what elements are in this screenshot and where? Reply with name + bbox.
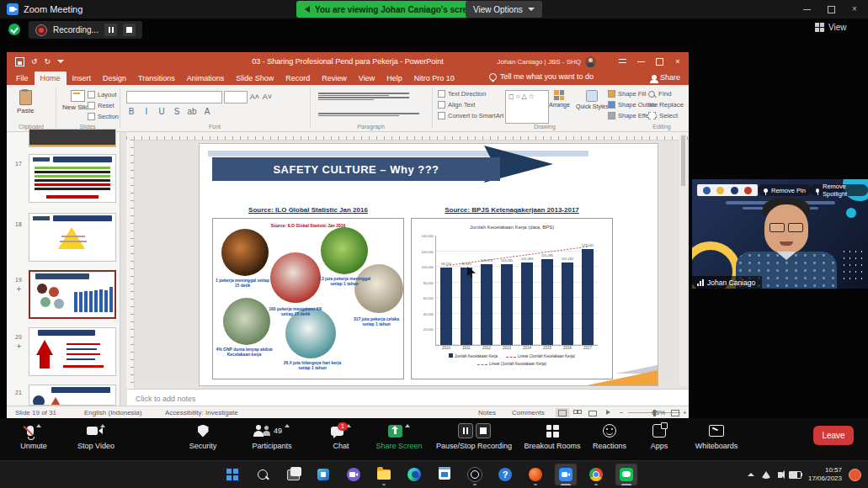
- remove-pin-button[interactable]: Remove Pin: [758, 184, 812, 196]
- slide-thumbnail-panel[interactable]: 17 18 19: [7, 132, 120, 406]
- ribbon-tab[interactable]: View: [353, 72, 381, 85]
- font-style-button[interactable]: U: [157, 107, 167, 116]
- layout-button[interactable]: Layout: [88, 91, 117, 98]
- security-button[interactable]: Security: [165, 422, 241, 450]
- hidden-icons-chevron[interactable]: [748, 473, 754, 476]
- language-status[interactable]: English (Indonesia): [84, 409, 141, 416]
- get-help-icon[interactable]: ?: [494, 464, 516, 485]
- comments-toggle[interactable]: Comments: [512, 409, 545, 416]
- reset-button[interactable]: Reset: [88, 102, 114, 109]
- participant-video-tile[interactable]: Remove Pin Remove Spotlight Johan Caniag…: [692, 179, 868, 289]
- font-style-button[interactable]: I: [141, 107, 152, 116]
- replace-button[interactable]: abReplace: [648, 101, 684, 109]
- zoom-in-button[interactable]: +: [683, 409, 687, 416]
- notes-toggle[interactable]: Notes: [478, 409, 496, 416]
- participants-chevron[interactable]: [285, 424, 290, 427]
- ppt-share-button[interactable]: Share: [652, 73, 680, 82]
- video-app-icon[interactable]: [343, 464, 365, 485]
- align-buttons[interactable]: [318, 112, 419, 117]
- close-button[interactable]: ×: [845, 3, 864, 15]
- ppt-account[interactable]: Johan Caniago | JBS - SHQ: [498, 56, 596, 67]
- normal-view-button[interactable]: [556, 408, 569, 417]
- slide-canvas[interactable]: SAFETY CULTURE – Why ??? Source: ILO Glo…: [200, 144, 658, 385]
- ribbon-tab[interactable]: Nitro Pro 10: [408, 72, 461, 85]
- zoom-level[interactable]: 65%: [652, 409, 665, 416]
- slide-18-thumbnail[interactable]: [29, 213, 116, 262]
- line-icon[interactable]: [615, 464, 637, 485]
- select-button[interactable]: Select: [648, 112, 678, 119]
- ppt-minimize-button[interactable]: [633, 56, 648, 67]
- obs-icon[interactable]: [464, 464, 486, 485]
- quick-styles-button[interactable]: Quick Styles: [576, 90, 609, 109]
- horizontal-ruler[interactable]: [126, 132, 689, 141]
- mic-options-chevron[interactable]: [36, 424, 41, 427]
- convert-smartart-button[interactable]: Convert to SmartArt: [438, 112, 503, 119]
- font-style-button[interactable]: ab: [187, 107, 197, 116]
- tell-me-box[interactable]: Tell me what you want to do: [489, 72, 594, 83]
- fit-slide-button[interactable]: [668, 408, 682, 417]
- store-icon[interactable]: [434, 464, 455, 485]
- ribbon-tab[interactable]: File: [10, 72, 35, 85]
- slide-sorter-view-button[interactable]: [571, 408, 584, 417]
- leave-button[interactable]: Leave: [813, 426, 854, 445]
- pause-recording-icon[interactable]: [458, 423, 473, 438]
- view-options-button[interactable]: View Options: [466, 1, 542, 18]
- grow-font-icon[interactable]: A˄: [249, 93, 260, 101]
- paragraph-buttons[interactable]: [318, 92, 419, 101]
- ribbon-tab[interactable]: Insert: [67, 72, 98, 85]
- widgets-icon[interactable]: [312, 464, 334, 485]
- wifi-icon[interactable]: [761, 471, 771, 479]
- notification-badge[interactable]: [849, 469, 861, 481]
- slide-16-thumbnail-partial[interactable]: [29, 129, 116, 147]
- task-view-icon[interactable]: [282, 464, 304, 485]
- slideshow-view-button[interactable]: [601, 408, 615, 417]
- ppt-close-button[interactable]: ×: [670, 56, 685, 67]
- battery-icon[interactable]: [789, 471, 801, 479]
- shapes-gallery[interactable]: ◻○△☆: [505, 90, 549, 124]
- file-explorer-icon[interactable]: [373, 464, 395, 485]
- remove-spotlight-button[interactable]: Remove Spotlight: [810, 184, 868, 196]
- ppt-restore-button[interactable]: [652, 56, 667, 67]
- paste-button[interactable]: Paste: [17, 90, 34, 114]
- ribbon-tab[interactable]: Transitions: [132, 72, 181, 85]
- search-icon[interactable]: [252, 464, 274, 485]
- ppt-ribbon-display-options[interactable]: [615, 56, 630, 67]
- notes-pane[interactable]: Click to add notes: [127, 389, 689, 406]
- font-style-button[interactable]: S: [172, 107, 182, 116]
- whiteboards-button[interactable]: Whiteboards: [679, 422, 754, 450]
- edge-icon[interactable]: [403, 464, 425, 485]
- section-button[interactable]: Section: [88, 113, 119, 120]
- arrange-button[interactable]: Arrange: [549, 90, 570, 108]
- ribbon-tab[interactable]: Help: [381, 72, 408, 85]
- ribbon-tab[interactable]: Record: [280, 72, 316, 85]
- ribbon-tab[interactable]: Home: [35, 72, 67, 85]
- find-button[interactable]: Find: [648, 90, 672, 98]
- ribbon-tab[interactable]: Review: [316, 72, 353, 85]
- shrink-font-icon[interactable]: A˅: [262, 93, 273, 101]
- vertical-scrollbar[interactable]: [679, 134, 687, 386]
- gallery-view-button[interactable]: View: [815, 23, 847, 32]
- ribbon-tab[interactable]: Animations: [181, 72, 231, 85]
- slide-17-thumbnail[interactable]: [29, 154, 116, 203]
- slide-19-thumbnail-selected[interactable]: [29, 270, 116, 319]
- stop-recording-button[interactable]: [123, 24, 136, 36]
- stop-recording-icon[interactable]: [476, 423, 491, 438]
- share-chevron[interactable]: [405, 424, 410, 427]
- minimize-button[interactable]: [798, 3, 817, 15]
- orange-app-icon[interactable]: [525, 464, 546, 485]
- pause-stop-recording-button[interactable]: Pause/Stop Recording: [423, 422, 525, 450]
- maximize-button[interactable]: [822, 3, 840, 15]
- slide-20-thumbnail[interactable]: [29, 327, 116, 376]
- meeting-security-shield-icon[interactable]: [8, 24, 20, 35]
- reading-view-button[interactable]: [586, 408, 599, 417]
- text-direction-button[interactable]: Text Direction: [438, 90, 486, 98]
- participants-button[interactable]: 49 Participants: [234, 422, 310, 450]
- zoom-out-button[interactable]: −: [620, 409, 624, 416]
- taskbar-clock[interactable]: 10:57 17/06/2023: [808, 466, 842, 483]
- chrome-icon[interactable]: [585, 464, 607, 485]
- shape-fill-button[interactable]: Shape Fill: [608, 90, 646, 98]
- system-tray[interactable]: 10:57 17/06/2023: [748, 464, 861, 485]
- slide-21-thumbnail-partial[interactable]: [29, 385, 116, 406]
- align-text-button[interactable]: Align Text: [438, 101, 475, 109]
- vertical-ruler[interactable]: [126, 140, 135, 389]
